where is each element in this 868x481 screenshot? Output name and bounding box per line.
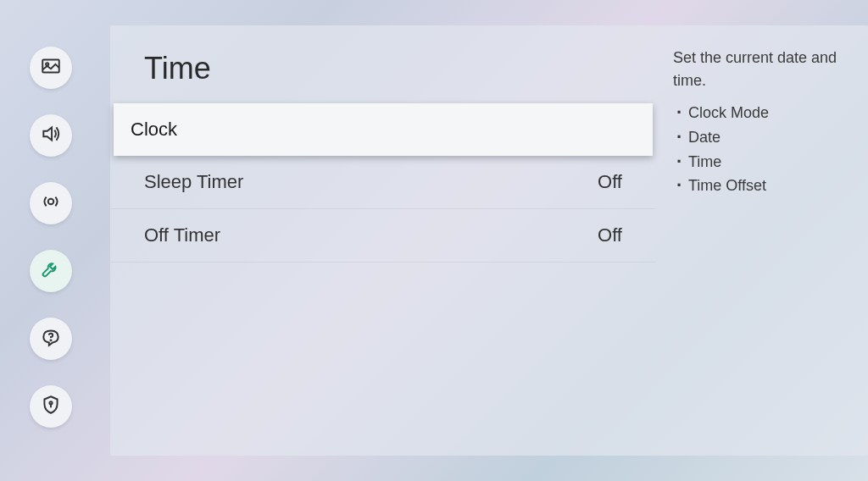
- description-bullet: Clock Mode: [676, 101, 851, 125]
- broadcasting-icon: [40, 191, 62, 216]
- svg-point-4: [49, 401, 52, 404]
- menu-item-value: Off: [598, 224, 622, 246]
- sidebar-item-privacy[interactable]: [30, 385, 72, 428]
- menu-item-clock[interactable]: Clock: [114, 103, 653, 156]
- page-title: Time: [110, 51, 656, 103]
- menu-item-sleep-timer[interactable]: Sleep Timer Off: [110, 156, 656, 209]
- sidebar-item-picture[interactable]: [30, 47, 72, 89]
- menu-item-label: Off Timer: [144, 224, 220, 246]
- wrench-icon: [40, 258, 62, 284]
- menu-item-value: Off: [598, 171, 622, 193]
- menu-item-label: Clock: [131, 119, 177, 141]
- svg-point-3: [50, 340, 51, 340]
- description-panel: Set the current date and time. Clock Mod…: [656, 25, 868, 456]
- svg-point-2: [48, 199, 54, 205]
- shield-icon: [40, 394, 62, 419]
- picture-icon: [40, 55, 62, 80]
- support-icon: [40, 326, 62, 351]
- settings-area: Time Clock Sleep Timer Off Off Timer Off: [110, 25, 656, 456]
- description-list: Clock Mode Date Time Time Offset: [673, 101, 851, 198]
- settings-container: Time Clock Sleep Timer Off Off Timer Off…: [0, 0, 868, 481]
- sidebar-item-sound[interactable]: [30, 114, 72, 157]
- sidebar-item-support[interactable]: [30, 318, 72, 360]
- menu-item-label: Sleep Timer: [144, 171, 243, 193]
- sidebar-item-general[interactable]: [30, 250, 72, 292]
- description-bullet: Time: [676, 150, 851, 174]
- description-text: Set the current date and time.: [673, 47, 851, 92]
- sidebar-item-broadcasting[interactable]: [30, 182, 72, 224]
- description-bullet: Time Offset: [676, 174, 851, 198]
- description-bullet: Date: [676, 125, 851, 150]
- sound-icon: [40, 123, 62, 148]
- main-panel: Time Clock Sleep Timer Off Off Timer Off…: [110, 25, 868, 456]
- menu-item-off-timer[interactable]: Off Timer Off: [110, 209, 656, 263]
- sidebar: [0, 0, 102, 481]
